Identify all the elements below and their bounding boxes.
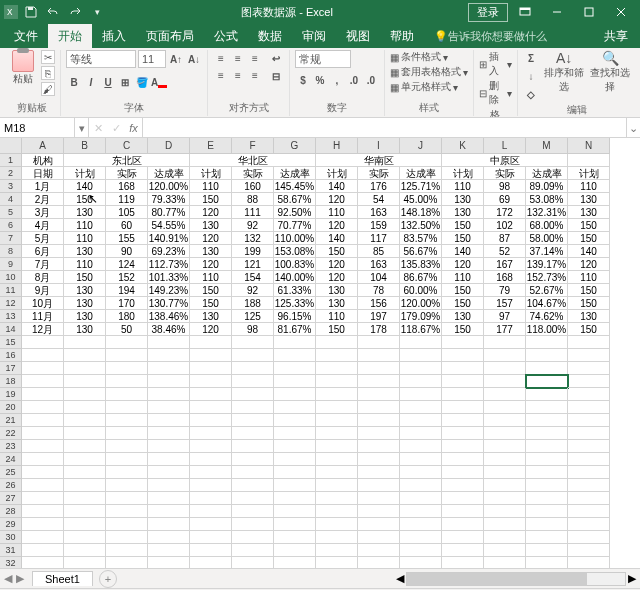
cut-icon[interactable]: ✂ — [41, 50, 55, 64]
qat-more-icon[interactable]: ▾ — [88, 3, 106, 21]
cell[interactable]: 52 — [484, 245, 526, 258]
autosum-icon[interactable]: Σ — [523, 50, 539, 66]
cell[interactable]: 150 — [568, 284, 610, 297]
cell[interactable] — [22, 492, 64, 505]
row-header[interactable]: 9 — [0, 258, 22, 271]
cells-area[interactable]: 机构东北区华北区华南区中原区日期计划实际达成率计划实际达成率计划实际达成率计划实… — [22, 154, 610, 568]
cell[interactable] — [22, 505, 64, 518]
cell[interactable]: 110 — [64, 232, 106, 245]
row-header[interactable]: 32 — [0, 557, 22, 568]
sheet-tab[interactable]: Sheet1 — [32, 571, 93, 586]
comma-icon[interactable]: , — [329, 72, 345, 88]
cell[interactable]: 130 — [442, 206, 484, 219]
cell[interactable] — [22, 453, 64, 466]
cell[interactable] — [316, 336, 358, 349]
cell[interactable] — [526, 531, 568, 544]
cell[interactable] — [400, 401, 442, 414]
cell[interactable] — [274, 492, 316, 505]
col-header[interactable]: F — [232, 138, 274, 154]
cell[interactable]: 118.67% — [400, 323, 442, 336]
cell[interactable]: 172 — [484, 206, 526, 219]
cell[interactable] — [22, 362, 64, 375]
cell[interactable]: 130 — [64, 323, 106, 336]
cell[interactable] — [232, 557, 274, 568]
font-size-combo[interactable]: 11 — [138, 50, 166, 68]
cell[interactable] — [400, 414, 442, 427]
save-icon[interactable] — [22, 3, 40, 21]
cell[interactable]: 5月 — [22, 232, 64, 245]
col-header[interactable]: J — [400, 138, 442, 154]
cell[interactable] — [148, 544, 190, 557]
cell[interactable]: 130 — [442, 310, 484, 323]
cell[interactable] — [484, 492, 526, 505]
cell[interactable] — [442, 544, 484, 557]
cell[interactable]: 178 — [358, 323, 400, 336]
cell[interactable]: 120 — [190, 206, 232, 219]
tab-layout[interactable]: 页面布局 — [136, 24, 204, 48]
cell[interactable]: 150 — [568, 323, 610, 336]
cell[interactable]: 150 — [442, 232, 484, 245]
cell[interactable]: 140.00% — [274, 271, 316, 284]
cell[interactable]: 98 — [484, 180, 526, 193]
redo-icon[interactable] — [66, 3, 84, 21]
cell[interactable] — [190, 505, 232, 518]
cell[interactable]: 170 — [106, 297, 148, 310]
align-right-icon[interactable]: ≡ — [247, 68, 263, 84]
cell[interactable]: 150 — [442, 219, 484, 232]
cell[interactable]: 124 — [106, 258, 148, 271]
cell[interactable] — [484, 505, 526, 518]
cell[interactable] — [148, 388, 190, 401]
cell[interactable] — [232, 479, 274, 492]
cell[interactable]: 60.00% — [400, 284, 442, 297]
cell[interactable]: 97 — [484, 310, 526, 323]
cell[interactable] — [106, 518, 148, 531]
cell[interactable] — [232, 492, 274, 505]
cell[interactable] — [316, 453, 358, 466]
cell[interactable]: 计划 — [568, 167, 610, 180]
cell[interactable]: 125.71% — [400, 180, 442, 193]
share-button[interactable]: 共享 — [596, 25, 636, 48]
cell[interactable] — [106, 336, 148, 349]
cell[interactable] — [106, 505, 148, 518]
row-header[interactable]: 8 — [0, 245, 22, 258]
cell[interactable] — [232, 531, 274, 544]
cell[interactable] — [442, 453, 484, 466]
cell[interactable]: 10月 — [22, 297, 64, 310]
cell[interactable]: 104.67% — [526, 297, 568, 310]
cell[interactable] — [232, 505, 274, 518]
cell[interactable] — [316, 466, 358, 479]
cell[interactable] — [190, 427, 232, 440]
cell[interactable] — [316, 440, 358, 453]
cell[interactable] — [106, 479, 148, 492]
cell[interactable] — [22, 440, 64, 453]
cell[interactable]: 140 — [316, 232, 358, 245]
cell[interactable]: 计划 — [190, 167, 232, 180]
cell[interactable] — [484, 336, 526, 349]
cell[interactable] — [22, 349, 64, 362]
cell[interactable]: 112.73% — [148, 258, 190, 271]
cell[interactable] — [526, 544, 568, 557]
cell[interactable] — [442, 375, 484, 388]
cell[interactable]: 92.50% — [274, 206, 316, 219]
cell[interactable] — [22, 544, 64, 557]
cell[interactable]: 110 — [316, 310, 358, 323]
cell[interactable] — [568, 453, 610, 466]
cell[interactable] — [274, 531, 316, 544]
cell[interactable]: 130 — [568, 310, 610, 323]
align-middle-icon[interactable]: ≡ — [230, 50, 246, 66]
cell[interactable]: 达成率 — [400, 167, 442, 180]
cell[interactable]: 1月 — [22, 180, 64, 193]
cell[interactable] — [64, 518, 106, 531]
cell[interactable]: 150 — [316, 323, 358, 336]
tab-help[interactable]: 帮助 — [380, 24, 424, 48]
cell[interactable]: 149.23% — [148, 284, 190, 297]
cell[interactable]: 135.83% — [400, 258, 442, 271]
cell[interactable]: 150 — [64, 193, 106, 206]
minimize-icon[interactable] — [542, 2, 572, 22]
cell[interactable] — [64, 479, 106, 492]
cell[interactable]: 150 — [568, 219, 610, 232]
cell[interactable] — [190, 544, 232, 557]
cell[interactable]: 130 — [442, 193, 484, 206]
row-header[interactable]: 21 — [0, 414, 22, 427]
cell[interactable] — [526, 388, 568, 401]
